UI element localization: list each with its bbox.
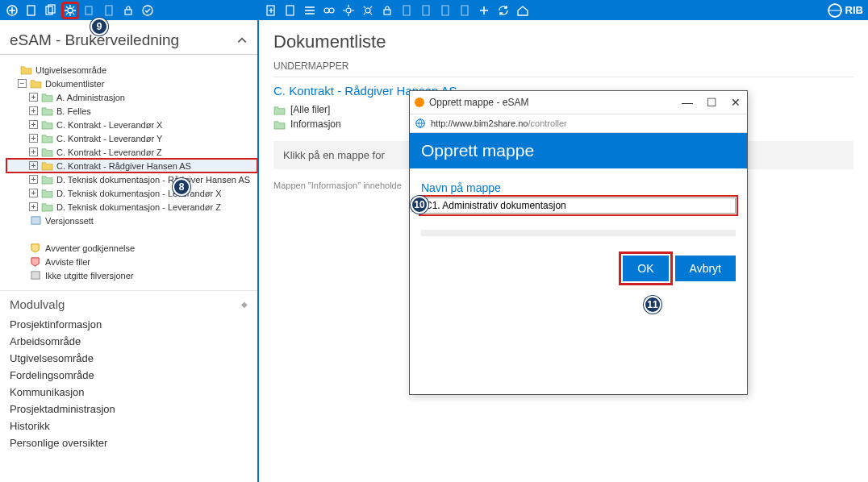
tree-item[interactable]: +D. Teknisk dokumentasjon - Rådgiver Han… xyxy=(6,172,257,186)
create-folder-dialog: Opprett mappe - eSAM — ☐ ✕ http://www.bi… xyxy=(409,90,748,395)
gear-icon[interactable] xyxy=(341,3,356,18)
nav-item[interactable]: Prosjektadministrasjon xyxy=(0,401,257,418)
cancel-button[interactable]: Avbryt xyxy=(675,256,736,281)
dialog-url-bar: http://www.bim2share.no/controller xyxy=(410,114,747,133)
nav-item[interactable]: Utgivelsesområde xyxy=(0,350,257,367)
chevron-up-icon[interactable] xyxy=(236,35,248,46)
svg-rect-15 xyxy=(384,10,390,15)
toolbar-right: RIB xyxy=(259,0,868,20)
nav-item[interactable]: Prosjektinformasjon xyxy=(0,316,257,333)
expand-icon[interactable]: + xyxy=(29,120,38,129)
tree-quick[interactable]: Avventer godkjennelse xyxy=(6,241,257,255)
tree-item[interactable]: +C. Kontrakt - Leverandør Z xyxy=(6,145,257,159)
tree-doklister[interactable]: − Dokumentlister xyxy=(6,77,257,90)
page2-icon[interactable] xyxy=(419,3,433,18)
expand-icon[interactable]: + xyxy=(29,202,38,211)
dialog-titlebar[interactable]: Opprett mappe - eSAM — ☐ ✕ xyxy=(410,91,747,114)
toolbar-left xyxy=(0,0,259,20)
subheader: UNDERMAPPER xyxy=(273,60,853,77)
close-button[interactable]: ✕ xyxy=(729,96,742,109)
nav-item[interactable]: Historikk xyxy=(0,418,257,434)
svg-point-14 xyxy=(365,8,370,13)
page-icon[interactable] xyxy=(399,3,414,18)
callout-badge-10: 10 xyxy=(411,196,428,214)
svg-point-4 xyxy=(68,8,73,13)
page-title: Dokumentliste xyxy=(273,31,853,52)
refresh-icon[interactable] xyxy=(496,3,511,18)
dialog-title-text: Opprett mappe - eSAM xyxy=(429,97,528,108)
nav-item[interactable]: Kommunikasjon xyxy=(0,384,257,401)
tree-item-selected[interactable]: +C. Kontrakt - Rådgiver Hansen AS xyxy=(6,159,257,172)
tree-root[interactable]: Utgivelsesområde xyxy=(6,63,257,77)
modulvalg-header[interactable]: Modulvalg ◆ xyxy=(0,290,257,314)
callout-badge-9: 9 xyxy=(90,18,108,35)
rib-logo: RIB xyxy=(828,3,863,18)
docs-icon[interactable] xyxy=(44,3,58,18)
page3-icon[interactable] xyxy=(438,3,453,18)
expand-icon[interactable]: + xyxy=(29,93,38,102)
svg-rect-5 xyxy=(86,6,92,15)
folder-name-label: Navn på mappe xyxy=(421,181,736,194)
tree-item[interactable]: +C. Kontrakt - Leverandør Y xyxy=(6,131,257,145)
gear-icon[interactable] xyxy=(63,3,77,18)
nav-item[interactable]: Personlige oversikter xyxy=(0,434,257,451)
tree-item[interactable]: +A. Administrasjon xyxy=(6,90,257,104)
callout-badge-8: 8 xyxy=(173,178,190,196)
list-icon[interactable] xyxy=(303,3,317,18)
svg-rect-10 xyxy=(286,6,294,15)
expand-icon[interactable]: + xyxy=(29,148,38,156)
page4-icon[interactable] xyxy=(457,3,472,18)
folder-name-input[interactable] xyxy=(421,197,736,214)
lock-icon[interactable] xyxy=(121,3,136,18)
svg-rect-22 xyxy=(31,272,40,279)
plus-icon[interactable] xyxy=(477,3,491,18)
tree-quick[interactable]: Avviste filer xyxy=(6,255,257,268)
svg-rect-16 xyxy=(403,6,410,15)
expand-icon[interactable]: + xyxy=(29,106,38,115)
expand-icon[interactable]: + xyxy=(29,134,38,143)
paste-icon[interactable] xyxy=(102,3,116,18)
tree-item[interactable]: +D. Teknisk dokumentasjon - Leverandør Z xyxy=(6,200,257,214)
expand-icon[interactable]: + xyxy=(29,189,38,197)
tree-versjon[interactable]: Versjonssett xyxy=(6,214,257,227)
copy-icon[interactable] xyxy=(82,3,97,18)
svg-rect-17 xyxy=(423,6,429,15)
dialog-header: Opprett mappe xyxy=(410,133,747,168)
nav-item[interactable]: Fordelingsområde xyxy=(0,367,257,384)
doc-icon[interactable] xyxy=(283,3,298,18)
tree-item[interactable]: +B. Felles xyxy=(6,104,257,118)
collapse-icon[interactable]: − xyxy=(18,79,27,88)
add-icon[interactable] xyxy=(264,3,278,18)
tree-item[interactable]: +C. Kontrakt - Leverandør X xyxy=(6,118,257,131)
doc-icon[interactable] xyxy=(24,3,39,18)
app-icon xyxy=(415,98,424,107)
svg-rect-1 xyxy=(27,6,35,15)
tree-quick[interactable]: Ikke utgitte filversjoner xyxy=(6,268,257,282)
ok-button[interactable]: OK xyxy=(623,256,668,281)
gear2-icon[interactable] xyxy=(361,3,375,18)
lock-icon[interactable] xyxy=(380,3,394,18)
svg-point-12 xyxy=(329,8,334,13)
svg-point-8 xyxy=(143,6,152,15)
svg-rect-19 xyxy=(461,6,468,15)
expand-icon[interactable]: + xyxy=(29,175,38,184)
svg-rect-6 xyxy=(106,6,112,15)
new-icon[interactable] xyxy=(140,3,155,18)
config-icon[interactable] xyxy=(5,3,19,18)
left-panel-title: eSAM - Brukerveiledning xyxy=(0,20,257,55)
svg-rect-7 xyxy=(125,10,131,15)
svg-rect-18 xyxy=(442,6,449,15)
nav-list: Prosjektinformasjon Arbeidsområde Utgive… xyxy=(0,314,257,456)
progress-placeholder xyxy=(421,230,736,236)
expand-icon[interactable]: + xyxy=(29,161,38,170)
svg-point-11 xyxy=(324,8,329,13)
link-icon[interactable] xyxy=(322,3,336,18)
home-icon[interactable] xyxy=(515,3,530,18)
globe-icon xyxy=(415,118,426,129)
maximize-button[interactable]: ☐ xyxy=(705,96,718,109)
tree-item[interactable]: +D. Teknisk dokumentasjon - Leverandør X xyxy=(6,186,257,200)
left-panel: eSAM - Brukerveiledning Utgivelsesområde… xyxy=(0,20,259,482)
minimize-button[interactable]: — xyxy=(681,96,694,109)
nav-item[interactable]: Arbeidsområde xyxy=(0,333,257,350)
callout-badge-11: 11 xyxy=(644,296,661,314)
